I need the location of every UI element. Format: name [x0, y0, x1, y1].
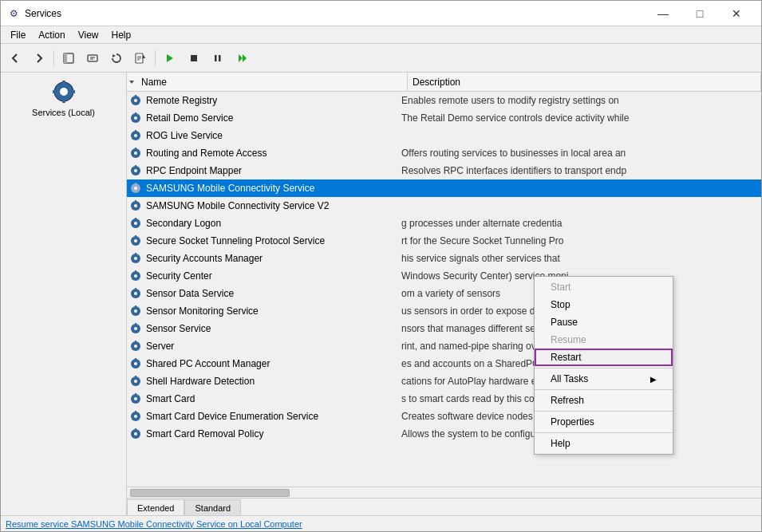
menu-file[interactable]: File: [4, 28, 32, 42]
svg-marker-11: [167, 54, 173, 62]
service-name-1: Retail Demo Service: [143, 112, 398, 124]
ctx-separator-2: [535, 389, 673, 390]
sidebar-label: Services (Local): [32, 108, 95, 117]
table-row[interactable]: RPC Endpoint Mapper Resolves RPC interfa…: [127, 162, 761, 179]
service-name-18: Smart Card Device Enumeration Service: [143, 411, 398, 422]
svg-point-43: [134, 204, 137, 207]
stop-service-button[interactable]: [183, 47, 205, 69]
table-row[interactable]: ROG Live Service: [127, 127, 761, 144]
ctx-properties[interactable]: Properties: [535, 413, 673, 431]
service-name-6: SAMSUNG Mobile Connectivity Service V2: [143, 200, 398, 211]
svg-point-82: [134, 432, 137, 435]
pause-service-button[interactable]: [207, 47, 229, 69]
close-button[interactable]: ✕: [718, 1, 755, 26]
table-row[interactable]: Routing and Remote Access Offers routing…: [127, 144, 761, 162]
table-row[interactable]: Security Accounts Manager his service si…: [127, 250, 761, 267]
service-icon-3: [128, 146, 143, 160]
svg-rect-68: [135, 341, 136, 343]
service-icon-4: [128, 164, 143, 178]
toolbar-sep-2: [155, 50, 156, 66]
service-desc-1: The Retail Demo service controls device …: [398, 112, 761, 124]
service-name-19: Smart Card Removal Policy: [143, 428, 398, 439]
tab-extended[interactable]: Extended: [127, 499, 184, 515]
table-row[interactable]: Secondary Logon g processes under altern…: [127, 215, 761, 232]
table-row[interactable]: Retail Demo Service The Retail Demo serv…: [127, 109, 761, 127]
horizontal-scrollbar[interactable]: [127, 487, 761, 498]
ctx-help[interactable]: Help: [535, 435, 673, 452]
forward-button[interactable]: [28, 47, 50, 69]
svg-rect-20: [62, 98, 65, 103]
service-icon-19: [128, 427, 143, 441]
minimize-button[interactable]: —: [645, 1, 681, 26]
service-name-16: Shell Hardware Detection: [143, 376, 398, 387]
svg-rect-38: [135, 165, 136, 167]
tab-bar: Extended Standard: [127, 498, 761, 515]
ctx-restart[interactable]: Restart: [535, 349, 673, 366]
service-name-17: Smart Card: [143, 393, 398, 404]
service-icon-16: [128, 374, 143, 388]
start-service-button[interactable]: [159, 47, 181, 69]
table-row-selected[interactable]: SAMSUNG Mobile Connectivity Service: [127, 179, 761, 197]
service-icon-18: [128, 409, 143, 424]
svg-rect-50: [135, 235, 136, 238]
svg-point-40: [134, 187, 137, 190]
service-name-14: Server: [143, 341, 398, 352]
service-name-2: ROG Live Service: [143, 130, 398, 141]
svg-rect-2: [88, 55, 97, 61]
svg-rect-13: [215, 55, 217, 61]
description-column-header[interactable]: Description: [408, 73, 761, 91]
svg-point-46: [134, 222, 137, 225]
service-name-9: Security Accounts Manager: [143, 253, 398, 264]
svg-rect-56: [135, 270, 136, 273]
service-icon-11: [128, 286, 143, 301]
svg-rect-53: [135, 253, 136, 255]
svg-rect-62: [135, 305, 136, 308]
svg-point-76: [134, 397, 137, 400]
ctx-stop[interactable]: Stop: [535, 296, 673, 313]
maximize-button[interactable]: □: [681, 1, 718, 26]
name-column-header[interactable]: Name: [136, 73, 408, 91]
table-row[interactable]: Secure Socket Tunneling Protocol Service…: [127, 232, 761, 250]
back-button[interactable]: [4, 47, 26, 69]
properties-button[interactable]: [81, 47, 104, 69]
svg-point-64: [134, 327, 137, 330]
table-row[interactable]: SAMSUNG Mobile Connectivity Service V2: [127, 197, 761, 215]
service-icon-7: [128, 216, 143, 231]
h-scroll-thumb[interactable]: [130, 489, 290, 497]
tab-standard[interactable]: Standard: [184, 499, 241, 515]
service-desc-7: g processes under alternate credentia: [398, 218, 761, 229]
service-desc-4: Resolves RPC interfaces identifiers to t…: [398, 165, 761, 176]
export-button[interactable]: [129, 47, 152, 69]
service-desc-9: his service signals other services that: [398, 253, 761, 264]
submenu-arrow-icon: ▶: [650, 375, 657, 384]
menu-view[interactable]: View: [72, 28, 105, 42]
services-window: ⚙ Services — □ ✕ File Action View Help: [0, 0, 762, 532]
svg-marker-5: [113, 54, 116, 57]
service-name-13: Sensor Service: [143, 323, 398, 334]
ctx-refresh[interactable]: Refresh: [535, 392, 673, 409]
svg-rect-80: [135, 411, 136, 413]
svg-point-34: [134, 152, 137, 155]
service-desc-8: rt for the Secure Socket Tunneling Pro: [398, 235, 761, 246]
service-desc-0: Enables remote users to modify registry …: [398, 95, 761, 106]
service-icon-8: [128, 234, 143, 248]
show-hide-button[interactable]: [57, 47, 80, 69]
menu-action[interactable]: Action: [32, 28, 71, 42]
service-icon-5: [128, 181, 143, 195]
window-controls: — □ ✕: [645, 1, 755, 26]
service-icon-14: [128, 339, 143, 353]
svg-point-31: [134, 134, 137, 137]
service-name-7: Secondary Logon: [143, 218, 398, 229]
ctx-all-tasks[interactable]: All Tasks ▶: [535, 370, 673, 388]
ctx-pause[interactable]: Pause: [535, 313, 673, 331]
svg-rect-14: [219, 55, 221, 61]
svg-marker-16: [243, 54, 247, 62]
service-name-4: RPC Endpoint Mapper: [143, 165, 398, 176]
menu-bar: File Action View Help: [1, 26, 761, 44]
service-icon-12: [128, 304, 143, 318]
table-row[interactable]: Remote Registry Enables remote users to …: [127, 92, 761, 109]
resume-service-button[interactable]: [231, 47, 253, 69]
ctx-start: Start: [535, 278, 673, 296]
menu-help[interactable]: Help: [105, 28, 138, 42]
refresh-button[interactable]: [105, 47, 128, 69]
